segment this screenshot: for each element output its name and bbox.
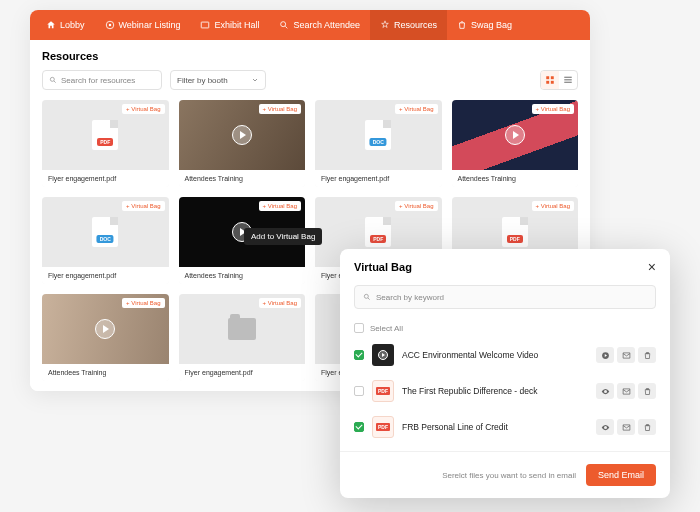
nav-search-attendee[interactable]: Search Attendee (269, 10, 370, 40)
virtual-bag-badge[interactable]: + Virtual Bag (395, 201, 437, 211)
modal-search-input[interactable]: Search by keyword (354, 285, 656, 309)
bag-item-row: ACC Environmental Welcome Video (340, 337, 670, 373)
card-caption: Attendees Training (452, 170, 579, 187)
virtual-bag-badge[interactable]: + Virtual Bag (395, 104, 437, 114)
select-all-checkbox[interactable] (354, 323, 364, 333)
svg-point-12 (364, 294, 368, 298)
email-action[interactable] (617, 419, 635, 435)
view-action[interactable] (596, 383, 614, 399)
virtual-bag-badge[interactable]: + Virtual Bag (259, 298, 301, 308)
modal-rows: ACC Environmental Welcome VideoPDFThe Fi… (340, 337, 670, 445)
send-email-button[interactable]: Send Email (586, 464, 656, 486)
controls-row: Search for resources Filter by booth (42, 70, 578, 90)
row-checkbox[interactable] (354, 422, 364, 432)
nav-label: Search Attendee (293, 20, 360, 30)
resource-card[interactable]: + Virtual BagAttendees Training (42, 294, 169, 381)
view-action[interactable] (596, 347, 614, 363)
virtual-bag-badge[interactable]: + Virtual Bag (532, 104, 574, 114)
virtual-bag-badge[interactable]: + Virtual Bag (259, 201, 301, 211)
email-action[interactable] (617, 347, 635, 363)
nav-swag-bag[interactable]: Swag Bag (447, 10, 522, 40)
delete-action[interactable] (638, 347, 656, 363)
resource-card[interactable]: + Virtual BagAttendees Training (179, 100, 306, 187)
nav-webinar[interactable]: Webinar Listing (95, 10, 191, 40)
virtual-bag-badge[interactable]: + Virtual Bag (532, 201, 574, 211)
resource-card[interactable]: DOC+ Virtual BagFlyer engagement.pdf (42, 197, 169, 284)
nav-resources[interactable]: Resources (370, 10, 447, 40)
svg-point-1 (108, 24, 111, 27)
nav-label: Webinar Listing (119, 20, 181, 30)
card-caption: Flyer engagement.pdf (42, 170, 169, 187)
chevron-down-icon (251, 76, 259, 84)
svg-rect-8 (551, 81, 554, 84)
nav-lobby[interactable]: Lobby (36, 10, 95, 40)
top-nav: Lobby Webinar Listing Exhibit Hall Searc… (30, 10, 590, 40)
row-checkbox[interactable] (354, 350, 364, 360)
list-view-button[interactable] (559, 71, 577, 89)
grid-view-button[interactable] (541, 71, 559, 89)
email-action[interactable] (617, 383, 635, 399)
svg-rect-6 (551, 76, 554, 79)
select-all-label: Select All (370, 324, 403, 333)
modal-title: Virtual Bag (354, 261, 412, 273)
search-input[interactable]: Search for resources (42, 70, 162, 90)
resource-card[interactable]: DOC+ Virtual BagFlyer engagement.pdf (315, 100, 442, 187)
video-icon (372, 344, 394, 366)
row-label: FRB Personal Line of Credit (402, 422, 588, 432)
row-checkbox[interactable] (354, 386, 364, 396)
close-icon[interactable]: × (648, 259, 656, 275)
pdf-icon: PDF (372, 380, 394, 402)
virtual-bag-modal: Virtual Bag × Search by keyword Select A… (340, 249, 670, 498)
delete-action[interactable] (638, 383, 656, 399)
select-all[interactable]: Select All (340, 319, 670, 337)
page-title: Resources (42, 50, 578, 62)
row-actions (596, 419, 656, 435)
modal-header: Virtual Bag × (340, 249, 670, 281)
svg-rect-10 (564, 79, 572, 80)
modal-search-placeholder: Search by keyword (376, 293, 444, 302)
svg-rect-7 (546, 81, 549, 84)
bag-item-row: PDFFRB Personal Line of Credit (340, 409, 670, 445)
nav-label: Resources (394, 20, 437, 30)
card-caption: Flyer engagement.pdf (179, 364, 306, 381)
search-placeholder: Search for resources (61, 76, 135, 85)
filter-label: Filter by booth (177, 76, 228, 85)
delete-action[interactable] (638, 419, 656, 435)
tooltip: Add to Virtual Bag (244, 228, 322, 245)
view-toggle (540, 70, 578, 90)
virtual-bag-badge[interactable]: + Virtual Bag (122, 298, 164, 308)
svg-rect-11 (564, 82, 572, 83)
virtual-bag-badge[interactable]: + Virtual Bag (122, 104, 164, 114)
nav-label: Lobby (60, 20, 85, 30)
modal-footer: Serelct files you want to send in email … (340, 451, 670, 498)
card-caption: Attendees Training (179, 267, 306, 284)
virtual-bag-badge[interactable]: + Virtual Bag (259, 104, 301, 114)
card-caption: Flyer engagement.pdf (315, 170, 442, 187)
resource-card[interactable]: + Virtual BagAttendees Training (452, 100, 579, 187)
pdf-icon: PDF (372, 416, 394, 438)
card-caption: Attendees Training (42, 364, 169, 381)
nav-exhibit[interactable]: Exhibit Hall (190, 10, 269, 40)
row-label: ACC Environmental Welcome Video (402, 350, 588, 360)
row-label: The First Republic Difference - deck (402, 386, 588, 396)
nav-label: Swag Bag (471, 20, 512, 30)
card-caption: Flyer engagement.pdf (42, 267, 169, 284)
svg-point-3 (281, 22, 286, 27)
svg-rect-9 (564, 77, 572, 78)
nav-label: Exhibit Hall (214, 20, 259, 30)
svg-rect-5 (546, 76, 549, 79)
bag-item-row: PDFThe First Republic Difference - deck (340, 373, 670, 409)
resource-card[interactable]: + Virtual BagFlyer engagement.pdf (179, 294, 306, 381)
card-caption: Attendees Training (179, 170, 306, 187)
resource-card[interactable]: PDF+ Virtual BagFlyer engagement.pdf (42, 100, 169, 187)
row-actions (596, 347, 656, 363)
row-actions (596, 383, 656, 399)
footer-text: Serelct files you want to send in email (442, 471, 576, 480)
view-action[interactable] (596, 419, 614, 435)
svg-rect-2 (202, 22, 210, 28)
svg-point-4 (50, 77, 54, 81)
virtual-bag-badge[interactable]: + Virtual Bag (122, 201, 164, 211)
filter-select[interactable]: Filter by booth (170, 70, 266, 90)
